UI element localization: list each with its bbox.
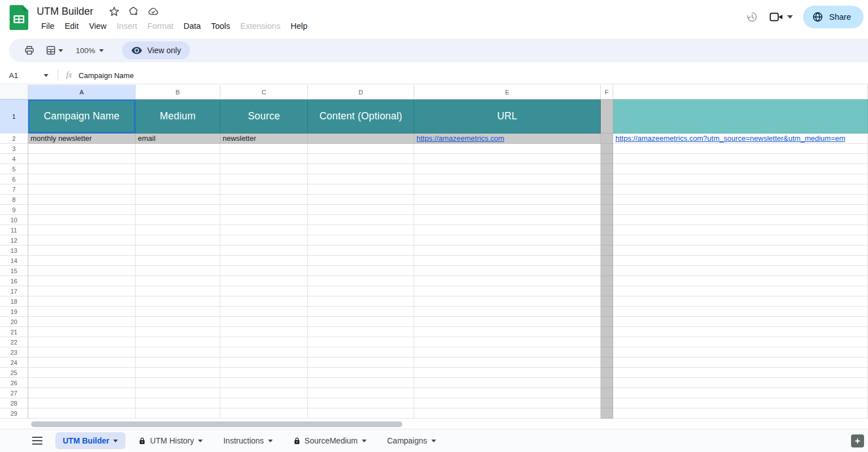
cell-F15[interactable] xyxy=(601,266,613,276)
cell-D12[interactable] xyxy=(308,235,414,246)
grid-corner[interactable] xyxy=(0,85,28,100)
row-header-16[interactable]: 16 xyxy=(0,276,28,286)
chevron-down-icon[interactable] xyxy=(198,440,203,442)
chevron-down-icon[interactable] xyxy=(787,15,793,19)
cell-G6[interactable] xyxy=(613,174,868,184)
cell-A5[interactable] xyxy=(28,164,136,174)
cell-B7[interactable] xyxy=(136,184,220,195)
cell-C9[interactable] xyxy=(220,205,308,215)
cell-E8[interactable] xyxy=(414,195,601,205)
cell-E3[interactable] xyxy=(414,144,601,154)
cell-D5[interactable] xyxy=(308,164,414,174)
cell-D11[interactable] xyxy=(308,225,414,235)
cell-E4[interactable] xyxy=(414,154,601,164)
cell-F25[interactable] xyxy=(601,368,613,378)
cell-C11[interactable] xyxy=(220,225,308,235)
row-header-14[interactable]: 14 xyxy=(0,256,28,266)
cell-A9[interactable] xyxy=(28,205,136,215)
cell-E9[interactable] xyxy=(414,205,601,215)
cell-A8[interactable] xyxy=(28,195,136,205)
cell-E6[interactable] xyxy=(414,174,601,184)
cell-B29[interactable] xyxy=(136,408,220,419)
cell-D2[interactable] xyxy=(308,134,414,144)
cell-A11[interactable] xyxy=(28,225,136,235)
cell-E5[interactable] xyxy=(414,164,601,174)
cell-E13[interactable] xyxy=(414,246,601,256)
cell-G13[interactable] xyxy=(613,246,868,256)
cell-A22[interactable] xyxy=(28,337,136,347)
add-label-icon[interactable] xyxy=(128,6,139,17)
cell-E11[interactable] xyxy=(414,225,601,235)
chevron-down-icon[interactable] xyxy=(113,440,118,442)
cell-F2[interactable] xyxy=(601,134,613,144)
cell-E20[interactable] xyxy=(414,317,601,327)
cell-D7[interactable] xyxy=(308,184,414,195)
cell-C19[interactable] xyxy=(220,307,308,317)
cell-D18[interactable] xyxy=(308,296,414,307)
cell-G8[interactable] xyxy=(613,195,868,205)
row-header-3[interactable]: 3 xyxy=(0,144,28,154)
cell-B27[interactable] xyxy=(136,388,220,398)
cell-C10[interactable] xyxy=(220,215,308,225)
cell-G5[interactable] xyxy=(613,164,868,174)
all-sheets-button[interactable] xyxy=(27,432,47,449)
cell-F13[interactable] xyxy=(601,246,613,256)
cell-F10[interactable] xyxy=(601,215,613,225)
row-header-27[interactable]: 27 xyxy=(0,388,28,398)
row-header-28[interactable]: 28 xyxy=(0,398,28,408)
column-header-E[interactable]: E xyxy=(414,85,601,100)
cell-C13[interactable] xyxy=(220,246,308,256)
cell-F14[interactable] xyxy=(601,256,613,266)
cell-G18[interactable] xyxy=(613,296,868,307)
sheet-tab-sourcemedium[interactable]: SourceMedium xyxy=(286,432,374,449)
cell-B20[interactable] xyxy=(136,317,220,327)
cell-A26[interactable] xyxy=(28,378,136,388)
cell-G4[interactable] xyxy=(613,154,868,164)
cell-D1[interactable]: Content (Optional) xyxy=(308,100,414,134)
cell-C20[interactable] xyxy=(220,317,308,327)
cell-G2[interactable]: https://amazeemetrics.com?utm_source=new… xyxy=(613,134,868,144)
cell-D8[interactable] xyxy=(308,195,414,205)
cell-E2[interactable]: https://amazeemetrics.com xyxy=(414,134,601,144)
cell-D26[interactable] xyxy=(308,378,414,388)
sheet-tab-instructions[interactable]: Instructions xyxy=(216,432,280,449)
cell-A19[interactable] xyxy=(28,307,136,317)
cell-C7[interactable] xyxy=(220,184,308,195)
cell-E16[interactable] xyxy=(414,276,601,286)
cell-C14[interactable] xyxy=(220,256,308,266)
cell-A17[interactable] xyxy=(28,286,136,296)
cell-E1[interactable]: URL xyxy=(414,100,601,134)
chevron-down-icon[interactable] xyxy=(268,440,273,442)
cell-C16[interactable] xyxy=(220,276,308,286)
column-header-C[interactable]: C xyxy=(220,85,308,100)
cell-A23[interactable] xyxy=(28,347,136,358)
cell-D13[interactable] xyxy=(308,246,414,256)
cell-D6[interactable] xyxy=(308,174,414,184)
row-header-6[interactable]: 6 xyxy=(0,174,28,184)
row-header-2[interactable]: 2 xyxy=(0,134,28,144)
cell-D29[interactable] xyxy=(308,408,414,419)
row-header-19[interactable]: 19 xyxy=(0,307,28,317)
cell-A10[interactable] xyxy=(28,215,136,225)
cell-B10[interactable] xyxy=(136,215,220,225)
menu-tools[interactable]: Tools xyxy=(206,19,235,33)
cell-A14[interactable] xyxy=(28,256,136,266)
cell-G10[interactable] xyxy=(613,215,868,225)
cell-B1[interactable]: Medium xyxy=(136,100,220,134)
cell-D4[interactable] xyxy=(308,154,414,164)
cell-B4[interactable] xyxy=(136,154,220,164)
row-header-8[interactable]: 8 xyxy=(0,195,28,205)
version-history-icon[interactable] xyxy=(745,10,759,24)
cell-A6[interactable] xyxy=(28,174,136,184)
sheets-logo-icon[interactable] xyxy=(10,5,28,30)
cell-G15[interactable] xyxy=(613,266,868,276)
cell-E28[interactable] xyxy=(414,398,601,408)
cell-F4[interactable] xyxy=(601,154,613,164)
cell-E25[interactable] xyxy=(414,368,601,378)
chevron-down-icon[interactable] xyxy=(44,74,49,77)
cell-F12[interactable] xyxy=(601,235,613,246)
column-header-A[interactable]: A xyxy=(28,85,136,100)
cell-B22[interactable] xyxy=(136,337,220,347)
row-header-21[interactable]: 21 xyxy=(0,327,28,337)
cell-G11[interactable] xyxy=(613,225,868,235)
